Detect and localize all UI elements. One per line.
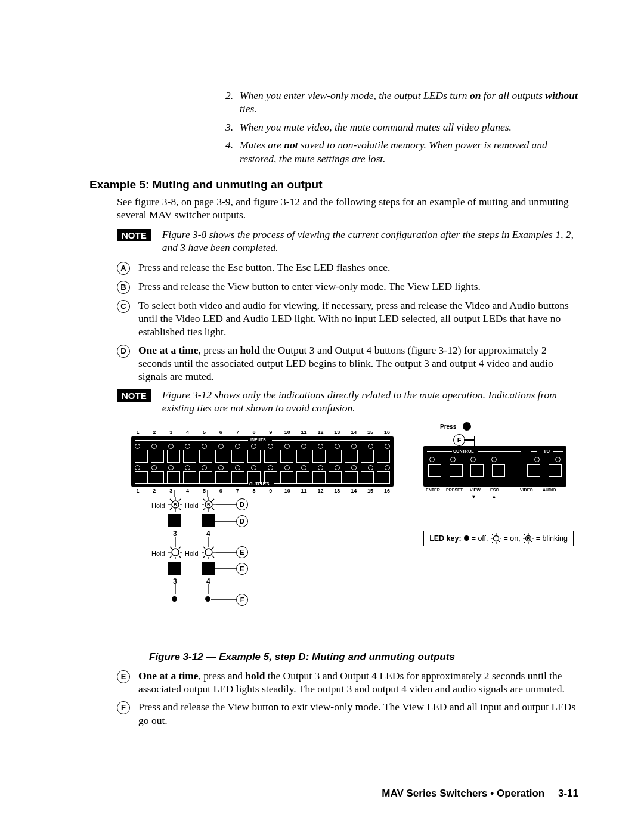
page-footer: MAV Series Switchers • Operation 3-11 (382, 788, 578, 800)
step-letter: B (117, 281, 130, 294)
svg-line-35 (170, 556, 172, 558)
step-c: C To select both video and audio for vie… (89, 299, 578, 339)
note-3: 3.When you mute video, the mute command … (89, 120, 578, 134)
on-led-icon (168, 545, 182, 559)
svg-line-66 (524, 534, 525, 535)
press-dot-icon (463, 422, 471, 431)
svg-line-67 (531, 541, 532, 543)
top-notes: 2.When you enter view-only mode, the out… (89, 89, 578, 165)
on-led-icon (202, 545, 216, 559)
svg-line-58 (492, 541, 493, 543)
svg-line-45 (212, 547, 214, 549)
marker-d: D (236, 515, 248, 527)
marker-d: D (236, 498, 248, 510)
panel-button (428, 464, 441, 477)
svg-line-36 (179, 547, 181, 549)
off-led-icon (205, 596, 210, 602)
svg-line-57 (499, 541, 500, 543)
output-button-icon (202, 562, 215, 575)
intro-paragraph: See figure 3-8, on page 3-9, and figure … (89, 195, 578, 222)
step-e: E One at a time, press and hold the Outp… (89, 669, 578, 696)
blink-led-icon: B (523, 533, 534, 544)
step-letter: E (117, 670, 130, 683)
marker-e: E (236, 546, 248, 558)
svg-point-37 (205, 549, 212, 556)
marker-e: E (236, 563, 248, 575)
step-f: F Press and release the View button to e… (89, 700, 578, 727)
output-button-icon (168, 562, 181, 575)
step-letter: A (117, 262, 130, 275)
note-badge: NOTE (117, 229, 151, 241)
step-letter: C (117, 300, 130, 313)
step-letter: D (117, 345, 130, 358)
panel-diagram: Press F VIEW CONTROL I/O (131, 423, 584, 644)
step-b: B Press and release the View button to e… (89, 280, 578, 294)
note-block-2: NOTE Figure 3-12 shows only the indicati… (89, 388, 578, 415)
led-key-legend: LED key: = off, = on, B = blinking (423, 531, 574, 546)
note-4: 4.Mutes are not saved to non-volatile me… (89, 138, 578, 165)
page: 2.When you enter view-only mode, the out… (0, 0, 644, 833)
svg-line-8 (170, 499, 172, 501)
marker-f: F (236, 594, 248, 606)
svg-line-42 (203, 547, 205, 549)
svg-line-44 (203, 556, 205, 558)
svg-line-69 (531, 534, 532, 535)
control-panel: CONTROL I/O (423, 446, 566, 487)
io-panel: INPUTS OUTPUTS (131, 436, 394, 487)
svg-line-43 (212, 556, 214, 558)
svg-line-68 (524, 541, 525, 543)
step-letter: F (117, 701, 130, 714)
led-icon (429, 457, 435, 462)
step-d: D One at a time, press an hold the Outpu… (89, 343, 578, 383)
svg-line-59 (499, 534, 500, 535)
svg-line-56 (492, 534, 493, 535)
off-led-icon (464, 535, 469, 541)
rule-top (89, 72, 578, 72)
svg-line-10 (170, 508, 172, 510)
on-led-icon (491, 533, 501, 544)
step-a: A Press and release the Esc button. The … (89, 261, 578, 275)
svg-line-33 (170, 547, 172, 549)
marker-f: F (453, 434, 465, 446)
svg-text:B: B (527, 537, 530, 541)
svg-line-19 (212, 508, 214, 510)
note-text: Figure 3-8 shows the process of viewing … (162, 228, 578, 255)
svg-point-28 (172, 549, 179, 556)
svg-point-51 (493, 535, 499, 541)
figure-caption: Figure 3-12 — Example 5, step D: Muting … (149, 651, 578, 663)
note-badge: NOTE (117, 389, 151, 402)
svg-line-34 (179, 556, 181, 558)
svg-line-21 (212, 499, 214, 501)
figure-3-12: Press F VIEW CONTROL I/O (89, 423, 578, 663)
section-heading: Example 5: Muting and unmuting an output (89, 178, 578, 191)
note-2: 2.When you enter view-only mode, the out… (89, 89, 578, 116)
off-led-icon (172, 596, 177, 602)
press-label: Press (440, 423, 456, 430)
note-block-1: NOTE Figure 3-8 shows the process of vie… (89, 228, 578, 255)
note-text: Figure 3-12 shows only the indications d… (162, 388, 578, 415)
